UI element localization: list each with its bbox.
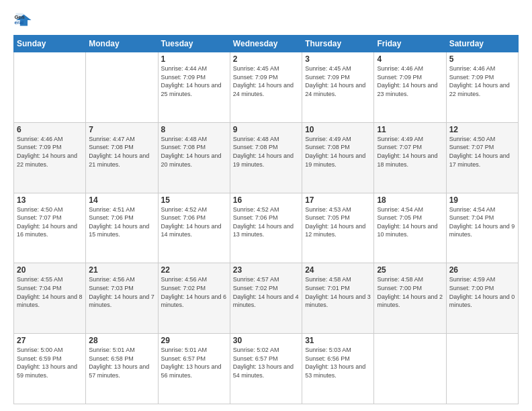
day-info-line: Sunset: 7:08 PM [89, 144, 134, 150]
day-info: Sunrise: 4:46 AMSunset: 7:09 PMDaylight:… [17, 135, 83, 169]
day-info-line: Daylight: 13 hours and 57 minutes. [89, 363, 149, 379]
day-info-line: Sunrise: 4:55 AM [17, 276, 63, 283]
calendar-cell: 4Sunrise: 4:46 AMSunset: 7:09 PMDaylight… [374, 52, 446, 123]
day-info-line: Daylight: 14 hours and 8 minutes. [17, 293, 83, 309]
day-info-line: Sunset: 7:07 PM [449, 144, 494, 150]
day-info-line: Daylight: 14 hours and 6 minutes. [161, 293, 227, 309]
day-info-line: Daylight: 14 hours and 9 minutes. [449, 223, 515, 238]
day-info-line: Daylight: 14 hours and 24 minutes. [305, 82, 365, 97]
day-header: Sunday [14, 36, 86, 52]
day-info-line: Sunrise: 4:46 AM [377, 65, 423, 72]
day-info-line: Daylight: 14 hours and 24 minutes. [233, 82, 294, 97]
day-info-line: Sunset: 7:07 PM [377, 144, 422, 150]
day-number: 25 [377, 265, 443, 275]
day-info-line: Sunset: 7:05 PM [377, 214, 422, 221]
day-info-line: Sunrise: 5:00 AM [17, 347, 63, 353]
day-info: Sunrise: 4:46 AMSunset: 7:09 PMDaylight:… [377, 64, 443, 98]
day-number: 6 [17, 125, 83, 134]
day-info-line: Sunrise: 5:02 AM [233, 347, 279, 353]
day-info: Sunrise: 4:58 AMSunset: 7:00 PMDaylight:… [377, 275, 443, 309]
calendar-cell: 23Sunrise: 4:57 AMSunset: 7:02 PMDayligh… [230, 263, 302, 334]
day-info: Sunrise: 4:59 AMSunset: 7:00 PMDaylight:… [449, 275, 515, 309]
day-info-line: Sunset: 7:00 PM [377, 285, 422, 291]
day-number: 8 [161, 125, 227, 134]
day-number: 22 [161, 265, 227, 275]
day-number: 13 [17, 195, 83, 205]
day-header: Tuesday [158, 36, 230, 52]
day-info: Sunrise: 4:57 AMSunset: 7:02 PMDaylight:… [233, 275, 299, 309]
calendar-cell [446, 334, 518, 404]
day-info-line: Sunrise: 4:50 AM [449, 136, 496, 142]
day-info-line: Daylight: 14 hours and 0 minutes. [449, 293, 515, 309]
calendar-cell: 16Sunrise: 4:52 AMSunset: 7:06 PMDayligh… [230, 193, 302, 263]
day-info-line: Daylight: 13 hours and 54 minutes. [233, 363, 294, 379]
calendar-week-row: 6Sunrise: 4:46 AMSunset: 7:09 PMDaylight… [14, 122, 519, 193]
day-header: Thursday [302, 36, 374, 52]
day-info: Sunrise: 4:45 AMSunset: 7:09 PMDaylight:… [305, 64, 371, 98]
day-info-line: Sunset: 7:08 PM [233, 144, 278, 150]
day-number: 12 [449, 125, 515, 134]
calendar-table: SundayMondayTuesdayWednesdayThursdayFrid… [13, 35, 519, 404]
day-info-line: Sunset: 7:02 PM [161, 285, 206, 291]
day-info-line: Sunrise: 4:45 AM [305, 65, 351, 72]
day-info-line: Sunset: 7:09 PM [17, 144, 62, 150]
day-info-line: Sunrise: 4:58 AM [377, 276, 423, 283]
day-info-line: Sunrise: 4:58 AM [305, 276, 351, 283]
day-number: 27 [17, 336, 83, 345]
calendar-cell: 27Sunrise: 5:00 AMSunset: 6:59 PMDayligh… [14, 334, 86, 404]
day-info-line: Sunset: 7:09 PM [377, 74, 422, 81]
day-info-line: Sunset: 6:56 PM [305, 355, 350, 362]
day-info-line: Sunrise: 4:50 AM [17, 206, 63, 213]
day-info: Sunrise: 5:03 AMSunset: 6:56 PMDaylight:… [305, 346, 371, 379]
day-info-line: Sunset: 7:06 PM [161, 214, 206, 221]
day-info-line: Sunset: 6:57 PM [233, 355, 278, 362]
day-info-line: Sunrise: 4:45 AM [233, 65, 279, 72]
day-info-line: Daylight: 13 hours and 56 minutes. [161, 363, 222, 379]
calendar-cell: 10Sunrise: 4:49 AMSunset: 7:08 PMDayligh… [302, 122, 374, 193]
day-info-line: Sunset: 7:06 PM [233, 214, 278, 221]
day-number: 7 [89, 125, 154, 134]
day-info-line: Daylight: 13 hours and 53 minutes. [305, 363, 365, 379]
day-info: Sunrise: 5:02 AMSunset: 6:57 PMDaylight:… [233, 346, 299, 379]
day-info-line: Sunrise: 4:46 AM [449, 65, 496, 72]
day-info-line: Sunset: 7:09 PM [449, 74, 494, 81]
day-info-line: Sunset: 7:04 PM [449, 214, 494, 221]
svg-text:eral: eral [14, 19, 24, 26]
day-info-line: Sunrise: 5:01 AM [161, 347, 208, 353]
day-info: Sunrise: 4:56 AMSunset: 7:03 PMDaylight:… [89, 275, 154, 309]
day-info: Sunrise: 4:58 AMSunset: 7:01 PMDaylight:… [305, 275, 371, 309]
day-header: Friday [374, 36, 446, 52]
day-info-line: Sunrise: 4:46 AM [17, 136, 63, 142]
day-number: 24 [305, 265, 371, 275]
calendar-cell: 19Sunrise: 4:54 AMSunset: 7:04 PMDayligh… [446, 193, 518, 263]
day-info-line: Sunset: 7:09 PM [233, 74, 278, 81]
day-number: 9 [233, 125, 299, 134]
day-info-line: Sunset: 7:09 PM [305, 74, 350, 81]
day-info-line: Sunset: 7:07 PM [17, 214, 62, 221]
day-info: Sunrise: 4:44 AMSunset: 7:09 PMDaylight:… [161, 64, 227, 98]
day-info-line: Daylight: 14 hours and 19 minutes. [233, 152, 294, 168]
day-number: 30 [233, 336, 299, 345]
day-info-line: Sunrise: 4:47 AM [89, 136, 135, 142]
day-info-line: Sunrise: 4:57 AM [233, 276, 279, 283]
day-info-line: Sunrise: 5:03 AM [305, 347, 351, 353]
day-info-line: Daylight: 14 hours and 19 minutes. [305, 152, 365, 168]
day-info: Sunrise: 5:01 AMSunset: 6:58 PMDaylight:… [89, 346, 154, 379]
day-info: Sunrise: 4:50 AMSunset: 7:07 PMDaylight:… [17, 205, 83, 239]
day-info-line: Sunrise: 5:01 AM [89, 347, 135, 353]
day-info-line: Sunset: 7:03 PM [89, 285, 134, 291]
day-number: 17 [305, 195, 371, 205]
calendar-cell: 25Sunrise: 4:58 AMSunset: 7:00 PMDayligh… [374, 263, 446, 334]
calendar-cell: 20Sunrise: 4:55 AMSunset: 7:04 PMDayligh… [14, 263, 86, 334]
calendar-cell: 21Sunrise: 4:56 AMSunset: 7:03 PMDayligh… [86, 263, 158, 334]
header-row: SundayMondayTuesdayWednesdayThursdayFrid… [14, 36, 519, 52]
day-number: 29 [161, 336, 227, 345]
day-info-line: Daylight: 14 hours and 18 minutes. [377, 152, 437, 168]
day-info: Sunrise: 4:47 AMSunset: 7:08 PMDaylight:… [89, 135, 154, 169]
day-number: 23 [233, 265, 299, 275]
day-info: Sunrise: 4:51 AMSunset: 7:06 PMDaylight:… [89, 205, 154, 239]
header: Gen eral [13, 11, 519, 30]
day-info-line: Sunrise: 4:48 AM [161, 136, 208, 142]
day-info-line: Sunrise: 4:49 AM [377, 136, 423, 142]
day-info-line: Sunrise: 4:52 AM [233, 206, 279, 213]
